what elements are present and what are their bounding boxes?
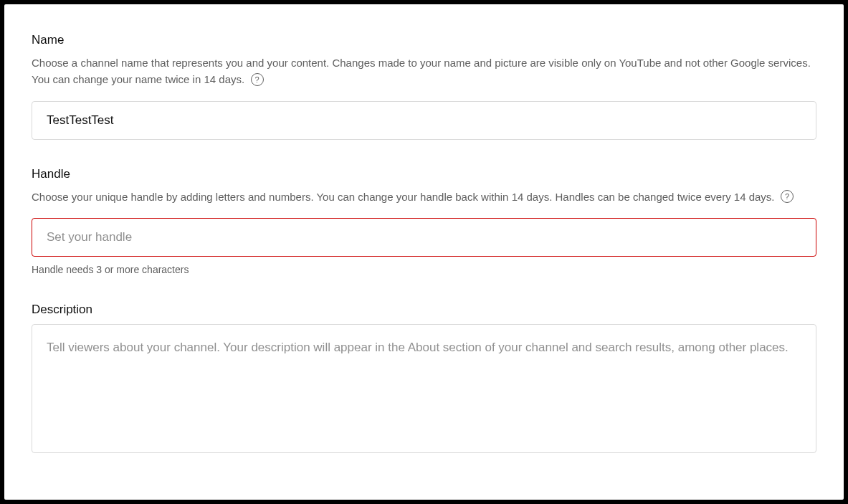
description-title: Description: [32, 303, 816, 317]
name-section: Name Choose a channel name that represen…: [32, 33, 816, 140]
handle-error-text: Handle needs 3 or more characters: [32, 264, 816, 275]
handle-section: Handle Choose your unique handle by addi…: [32, 167, 816, 275]
name-title: Name: [32, 33, 816, 47]
help-icon[interactable]: ?: [251, 73, 264, 86]
settings-panel: Name Choose a channel name that represen…: [4, 4, 844, 500]
description-textarea[interactable]: [32, 324, 816, 453]
description-section: Description: [32, 303, 816, 456]
name-description: Choose a channel name that represents yo…: [32, 57, 811, 85]
handle-description: Choose your unique handle by adding lett…: [32, 191, 775, 203]
help-icon[interactable]: ?: [781, 190, 794, 203]
handle-title: Handle: [32, 167, 816, 181]
name-input[interactable]: [32, 101, 816, 140]
handle-input[interactable]: [32, 218, 816, 257]
